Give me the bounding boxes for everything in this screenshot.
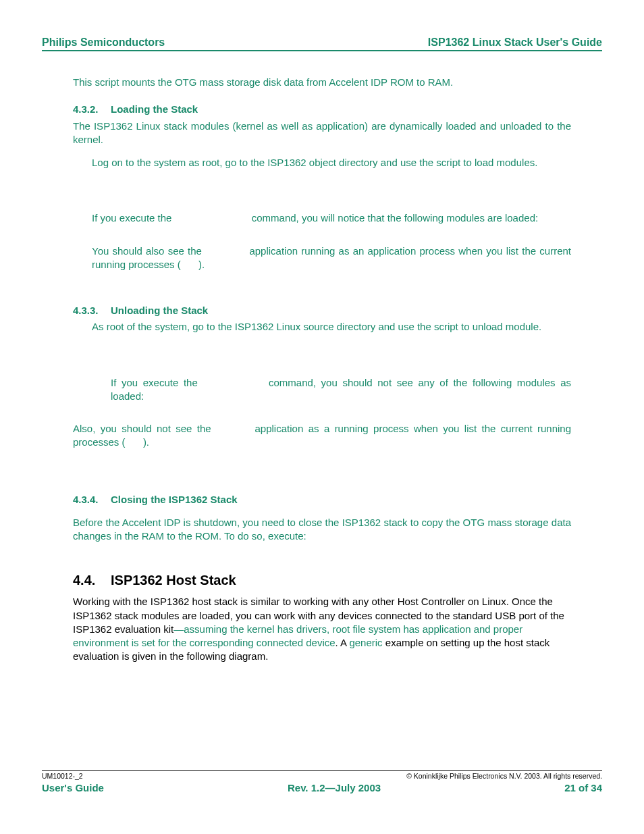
section-number: 4.3.2. (73, 103, 111, 116)
header-left: Philips Semiconductors (42, 36, 165, 49)
s432-p1: The ISP1362 Linux stack modules (kernel … (73, 120, 571, 147)
text-fragment: command, you will notice that the follow… (252, 212, 538, 224)
s432-p3: If you execute the command, you will not… (92, 211, 571, 225)
section-title: Closing the ISP1362 Stack (111, 493, 238, 506)
s434-p1: Before the Accelent IDP is shutdown, you… (73, 516, 571, 544)
s433-p3: Also, you should not see the application… (73, 422, 571, 450)
text-fragment: Also, you should not see the (73, 423, 216, 434)
page-content: This script mounts the OTG mass storage … (73, 76, 571, 673)
section-title: Loading the Stack (111, 103, 198, 116)
page-header: Philips Semiconductors ISP1362 Linux Sta… (42, 36, 602, 51)
spacer (73, 179, 571, 211)
footer-meta: UM10012-_2 © Koninklijke Philips Electro… (42, 770, 602, 780)
section-number: 4.3.4. (73, 493, 111, 506)
s433-p1: As root of the system, go to the ISP1362… (92, 320, 571, 334)
section-433-heading: 4.3.3. Unloading the Stack (73, 304, 571, 317)
text-fragment: generic (349, 637, 382, 648)
section-434-heading: 4.3.4. Closing the ISP1362 Stack (73, 493, 571, 506)
s44-p1: Working with the ISP1362 host stack is s… (73, 595, 571, 663)
spacer (73, 235, 571, 244)
spacer (73, 509, 571, 516)
section-title: ISP1362 Host Stack (111, 571, 236, 590)
text-fragment: ). (198, 259, 205, 270)
s433-p2: If you execute the command, you should n… (111, 376, 571, 404)
doc-id: UM10012-_2 (42, 772, 83, 780)
footer-left: User's Guide (42, 782, 104, 793)
page: Philips Semiconductors ISP1362 Linux Sta… (0, 0, 644, 834)
spacer (73, 413, 571, 422)
spacer (73, 344, 571, 376)
s432-p4: You should also see the application runn… (92, 244, 571, 272)
text-fragment: If you execute the (92, 212, 175, 224)
text-fragment: . A (336, 637, 350, 648)
text-fragment: If you execute the (111, 377, 203, 388)
footer-main: User's Guide Rev. 1.2—July 2003 21 of 34 (42, 782, 602, 793)
footer-right: 21 of 34 (564, 782, 602, 793)
text-fragment: ). (143, 436, 149, 448)
section-44-heading: 4.4. ISP1362 Host Stack (73, 571, 571, 590)
intro-text: This script mounts the OTG mass storage … (73, 76, 571, 89)
s432-p2: Log on to the system as root, go to the … (92, 156, 571, 170)
section-432-heading: 4.3.2. Loading the Stack (73, 103, 571, 116)
copyright: © Koninklijke Philips Electronics N.V. 2… (406, 772, 602, 780)
spacer (73, 459, 571, 479)
text-fragment: You should also see the (92, 245, 205, 257)
section-title: Unloading the Stack (111, 304, 208, 317)
section-number: 4.3.3. (73, 304, 111, 317)
header-right: ISP1362 Linux Stack User's Guide (428, 36, 602, 49)
spacer (73, 281, 571, 290)
section-number: 4.4. (73, 571, 111, 590)
footer-center: Rev. 1.2—July 2003 (288, 782, 381, 793)
